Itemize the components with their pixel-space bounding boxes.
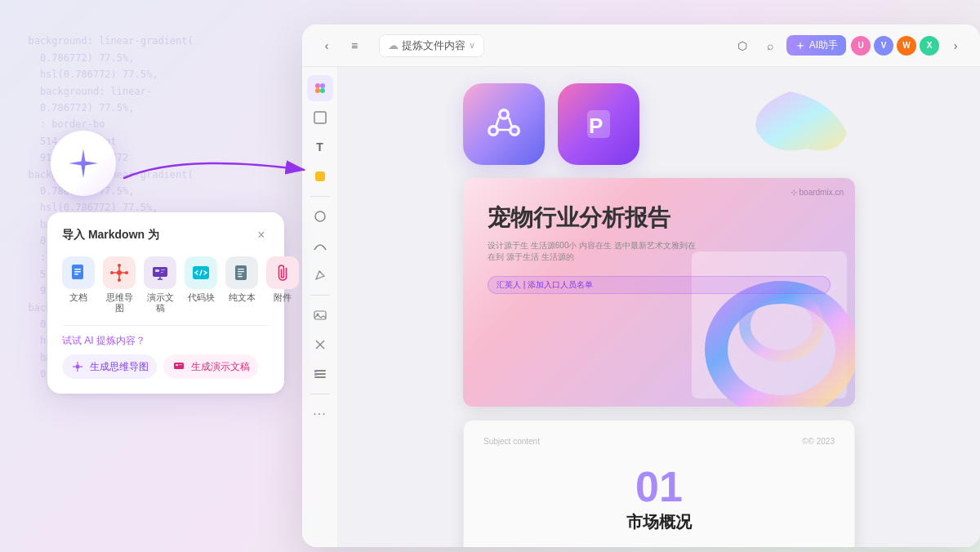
dialog-icons-row: 文档 思维导图 [62, 256, 270, 314]
svg-rect-4 [74, 274, 78, 275]
sidebar-tool-color[interactable] [307, 75, 333, 101]
slide-2-title: 市场概况 [483, 511, 835, 533]
svg-point-36 [320, 83, 325, 88]
presentation-icon-box [144, 256, 176, 289]
icon-cards-row: P [463, 83, 855, 165]
holographic-shape [653, 83, 855, 165]
svg-rect-23 [238, 269, 244, 269]
avatar-2: V [874, 36, 893, 56]
svg-point-63 [716, 292, 847, 407]
ai-buttons-row: 生成思维导图 生成演示文稿 [62, 354, 270, 379]
sidebar-tool-text[interactable]: T [307, 134, 333, 160]
sidebar-divider-2 [310, 295, 330, 296]
toolbar-avatars: U V W X [851, 36, 939, 56]
slide-subtitle: 设计源于生 生活源600小 内容在生 选中最新艺术文雅到在在到 源于生活 生活源… [488, 240, 700, 263]
ai-assistant-button[interactable]: AI助手 [786, 35, 846, 56]
dialog-icon-attachment[interactable]: 附件 [266, 256, 299, 303]
svg-point-37 [315, 88, 320, 93]
svg-point-58 [491, 128, 497, 134]
svg-rect-14 [153, 267, 167, 277]
dialog-header: 导入 Markdown 为 × [62, 227, 270, 243]
avatar-3: W [897, 36, 916, 56]
search-button[interactable]: ⌕ [759, 34, 782, 57]
mindmap-btn-icon [70, 359, 85, 374]
presentation-label: 演示文稿 [144, 292, 176, 314]
attachment-label: 附件 [274, 292, 292, 303]
dialog-icon-code[interactable]: 代码块 [185, 256, 217, 303]
app-window: ‹ ≡ ☁ 提炼文件内容 ∨ ⬡ ⌕ AI助手 U V W X › [302, 24, 980, 547]
dialog-icon-plaintext[interactable]: 纯文本 [225, 256, 258, 303]
sidebar-tool-frame[interactable] [307, 105, 333, 131]
svg-rect-34 [179, 364, 182, 365]
sidebar-tool-more[interactable]: ··· [307, 401, 333, 427]
ai-hint[interactable]: 试试 AI 提炼内容？ [62, 334, 270, 348]
sidebar-tool-pen[interactable] [307, 262, 333, 288]
mindmap-icon-box [103, 256, 136, 289]
svg-point-57 [501, 112, 507, 118]
p-icon-card[interactable]: P [558, 83, 639, 165]
ai-button[interactable] [51, 131, 116, 196]
svg-point-13 [125, 271, 128, 274]
svg-rect-17 [161, 272, 163, 273]
breadcrumb[interactable]: ☁ 提炼文件内容 ∨ [379, 34, 484, 57]
dialog-close-button[interactable]: × [253, 227, 270, 243]
svg-line-54 [496, 118, 499, 127]
sidebar-tool-cross[interactable] [307, 332, 333, 358]
svg-rect-39 [314, 112, 326, 123]
svg-rect-42 [314, 311, 326, 319]
presentation-btn-label: 生成演示文稿 [191, 360, 250, 374]
svg-point-64 [745, 294, 818, 356]
left-sidebar: T [302, 67, 338, 547]
collapse-button[interactable]: › [944, 34, 967, 57]
avatar-1: U [851, 36, 871, 56]
svg-point-38 [320, 88, 325, 93]
svg-rect-3 [74, 271, 81, 273]
svg-rect-40 [315, 171, 325, 181]
slide-2-header: Subject content ©© 2023 [483, 437, 835, 446]
mindmap-btn-label: 生成思维导图 [90, 360, 149, 374]
slide-2-label: Subject content [483, 437, 540, 446]
svg-rect-32 [174, 363, 184, 369]
svg-point-12 [110, 271, 114, 274]
code-icon-box [185, 256, 217, 289]
sidebar-divider-1 [310, 196, 330, 197]
slide-2-date: ©© 2023 [802, 437, 835, 446]
svg-line-55 [509, 118, 512, 127]
sidebar-tool-list[interactable] [307, 361, 333, 387]
presentation-btn-icon [172, 359, 186, 374]
menu-button[interactable]: ≡ [343, 34, 366, 57]
document-icon-box [62, 256, 95, 289]
svg-rect-24 [238, 271, 244, 272]
sidebar-tool-circle[interactable] [307, 203, 333, 229]
ai-assistant-label: AI助手 [809, 38, 838, 52]
breadcrumb-text: 提炼文件内容 [402, 38, 466, 53]
sidebar-tool-shape[interactable] [307, 163, 333, 189]
back-button[interactable]: ‹ [315, 34, 338, 57]
import-dialog: 导入 Markdown 为 × 文档 [47, 212, 284, 394]
svg-rect-33 [176, 364, 178, 366]
tag-button[interactable]: ⬡ [731, 34, 754, 57]
slide-tag: 汇英人 | 添加入口人员名单 [488, 276, 831, 294]
generate-mindmap-button[interactable]: 生成思维导图 [62, 354, 157, 379]
share-icon-card[interactable] [463, 83, 545, 165]
dialog-icon-document[interactable]: 文档 [62, 256, 95, 303]
svg-rect-2 [74, 269, 81, 270]
svg-point-35 [315, 83, 320, 88]
dialog-icon-presentation[interactable]: 演示文稿 [144, 256, 176, 314]
sidebar-tool-image[interactable] [307, 302, 333, 328]
toolbar-nav: ‹ ≡ [315, 34, 366, 57]
dialog-icon-mindmap[interactable]: 思维导图 [103, 256, 136, 314]
svg-point-5 [117, 270, 122, 275]
sidebar-tool-curve[interactable] [307, 233, 333, 259]
slide-1: ⊹ boardmix.cn 宠物行业分析报告 设计源于生 生活源600小 内容在… [463, 178, 855, 407]
canvas-area[interactable]: P [338, 67, 980, 547]
attachment-icon-box [266, 256, 299, 289]
svg-point-41 [315, 211, 325, 221]
svg-rect-50 [314, 374, 317, 376]
sidebar-divider-3 [310, 394, 330, 394]
svg-rect-48 [314, 376, 326, 378]
dialog-title: 导入 Markdown 为 [62, 228, 159, 243]
toolbar: ‹ ≡ ☁ 提炼文件内容 ∨ ⬡ ⌕ AI助手 U V W X › [302, 24, 980, 67]
generate-presentation-button[interactable]: 生成演示文稿 [163, 354, 258, 379]
svg-text:P: P [589, 114, 603, 138]
